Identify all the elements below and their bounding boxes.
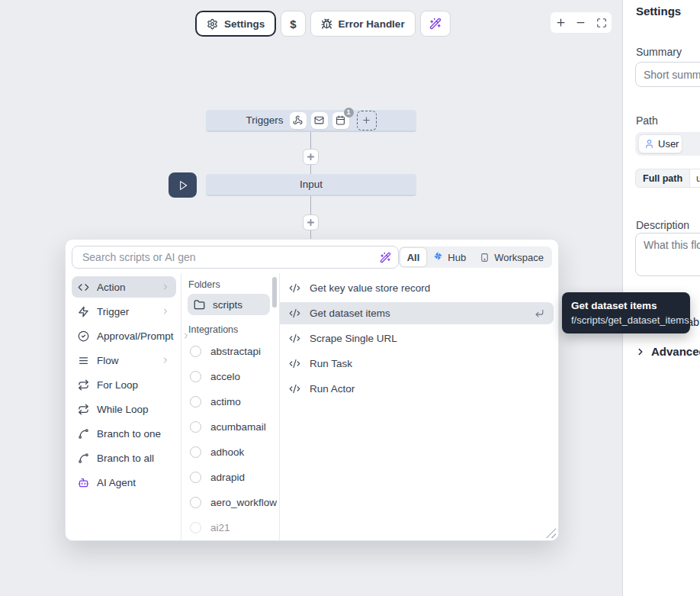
integration-label: actimo [210,396,241,408]
integrations-scrollbar[interactable] [272,277,277,308]
input-node[interactable]: Input [206,174,416,196]
integration-item[interactable]: actimo [188,389,270,414]
chevron-right-icon [635,346,646,357]
description-textarea[interactable] [635,233,700,276]
result-item[interactable]: Scrape Single URL [280,327,554,350]
full-path-row: Full path u/ [635,169,700,188]
tab-all[interactable]: All [400,248,427,266]
result-label: Run Task [310,358,352,369]
result-label: Get key value store record [310,282,430,294]
fit-view-button[interactable] [593,14,610,31]
flow-editor-canvas: Settings $ Error Handler Triggers 1 [0,0,700,596]
advanced-label: Advanced [651,345,700,358]
integration-logo-icon [190,472,201,483]
user-icon [644,139,654,149]
sidebar-item-label: Approval/Prompt [97,330,174,342]
integration-label: adrapid [210,472,245,483]
code-xml-icon [289,383,300,395]
mail-icon [314,115,324,125]
code-xml-icon [289,308,300,319]
circle-check-icon [78,330,89,342]
tab-hub[interactable]: Hub [426,248,473,266]
script-results-list: Get key value store record Get dataset i… [280,273,558,540]
sidebar-item-label: Trigger [97,306,129,317]
integration-item[interactable]: adhook [188,440,270,465]
result-tooltip: Get dataset items f/scripts/get_dataset_… [562,292,690,333]
gear-icon [207,18,218,30]
sidebar-item-for-loop[interactable]: For Loop [72,374,176,395]
settings-button-label: Settings [224,18,265,30]
integration-label: acumbamail [210,421,266,433]
integration-item[interactable]: ai21 [188,515,270,540]
integration-item[interactable]: acumbamail [188,414,270,440]
sidebar-item-action[interactable]: Action [72,276,176,298]
sidebar-item-approval[interactable]: Approval/Prompt [72,325,176,346]
zoom-in-button[interactable] [552,14,569,31]
result-item[interactable]: Run Actor [280,378,554,400]
ai-wand-button[interactable] [420,11,451,37]
full-path-label: Full path [636,173,689,184]
integration-logo-icon [190,371,201,382]
source-filter-tabs: All Hub Workspace [399,246,552,268]
insert-step-button-top[interactable] [303,149,319,165]
workspace-icon [480,253,490,263]
step-picker-header: All Hub Workspace [66,240,558,273]
email-trigger-button[interactable] [311,112,328,129]
sidebar-item-label: For Loop [97,379,138,391]
ai-generate-icon[interactable] [380,252,391,263]
input-node-label: Input [300,179,323,190]
result-item[interactable]: Get key value store record [280,277,554,299]
step-picker-modal: All Hub Workspace Action [65,239,559,541]
integration-item[interactable]: adrapid [188,465,270,490]
folder-item-scripts[interactable]: scripts [188,294,270,315]
error-handler-label: Error Handler [339,18,405,30]
sidebar-item-while-loop[interactable]: While Loop [72,398,176,420]
owner-user-button[interactable]: User [638,134,682,153]
add-trigger-button[interactable] [357,111,377,130]
advanced-section-toggle[interactable]: Advanced [635,345,700,358]
sidebar-item-label: Branch to one [97,428,161,440]
code-xml-icon [289,282,300,294]
schedule-count-badge: 1 [344,108,354,118]
result-item-selected[interactable]: Get dataset items [280,302,554,324]
summary-input[interactable] [635,62,700,87]
integration-item[interactable]: aero_workflow [188,490,270,515]
dollar-icon: $ [290,18,296,31]
schedule-trigger-button[interactable]: 1 [332,112,349,129]
sidebar-item-ai-agent[interactable]: AI Agent [72,472,176,493]
sidebar-item-branch-to-all[interactable]: Branch to all [72,447,176,469]
integrations-section-label: Integrations [188,324,270,335]
webhook-trigger-button[interactable] [290,112,307,129]
repeat-icon [78,379,89,391]
run-flow-button[interactable] [169,172,197,198]
folders-integrations-column: Folders scripts Integrations abstractapi… [181,273,280,540]
dollar-button[interactable]: $ [281,11,305,37]
integration-logo-icon [190,421,201,433]
search-input[interactable] [81,250,380,264]
bot-icon [78,477,89,488]
integration-item[interactable]: abstractapi [188,339,270,364]
sidebar-item-trigger[interactable]: Trigger [72,301,176,322]
sidebar-item-flow[interactable]: Flow [72,350,176,371]
sidebar-item-branch-to-one[interactable]: Branch to one [72,423,176,444]
result-label: Get dataset items [310,308,390,319]
tab-hub-label: Hub [448,252,466,263]
chevron-right-icon [161,307,170,316]
integration-item[interactable]: accelo [188,364,270,389]
hub-windmill-icon [433,251,443,263]
integration-label: abstractapi [210,346,261,357]
insert-step-button-bottom[interactable] [303,214,319,230]
code-xml-icon [289,333,300,344]
zoom-out-button[interactable] [573,14,589,31]
branch-spline-icon [78,428,89,440]
folders-section-label: Folders [188,279,270,290]
code-icon [78,282,89,293]
triggers-node[interactable]: Triggers 1 [206,110,416,132]
sidebar-item-label: AI Agent [97,477,136,488]
error-handler-button[interactable]: Error Handler [310,11,416,37]
settings-button[interactable]: Settings [195,11,276,37]
tab-workspace[interactable]: Workspace [473,248,551,266]
sidebar-item-label: Action [97,282,126,293]
full-path-value[interactable]: u/ [689,169,700,187]
result-item[interactable]: Run Task [280,353,554,375]
